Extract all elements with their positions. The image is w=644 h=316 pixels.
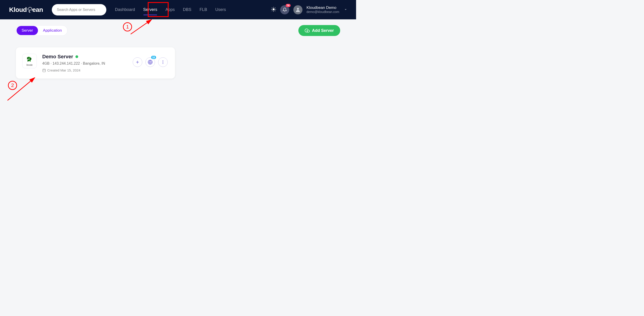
plus-icon [135, 60, 140, 64]
nav-users[interactable]: Users [215, 6, 226, 14]
linode-icon [26, 56, 33, 63]
svg-text:ean: ean [32, 6, 43, 13]
sun-icon [271, 7, 276, 12]
server-name: Demo Server [42, 54, 73, 60]
svg-line-5 [272, 8, 272, 8]
provider-badge: linode [22, 54, 37, 68]
server-created: Created Mar 15, 2024 [42, 68, 127, 72]
server-card[interactable]: linode Demo Server 4GB · 143.244.141.222… [16, 47, 175, 79]
logo[interactable]: Kloud ean [9, 5, 48, 14]
more-vertical-icon [161, 60, 165, 64]
user-info[interactable]: Kloudbean Demo demo@kloudbean.com [306, 6, 339, 14]
globe-icon [148, 60, 153, 65]
svg-point-25 [162, 61, 163, 61]
apps-button[interactable]: 16 [146, 57, 155, 67]
search-container [52, 4, 106, 16]
cloud-upload-icon [305, 28, 310, 33]
search-input[interactable] [57, 8, 101, 12]
svg-marker-14 [28, 59, 29, 62]
view-toggle: Server Application [16, 25, 68, 36]
provider-name: linode [26, 64, 33, 66]
user-email: demo@kloudbean.com [306, 10, 339, 14]
server-title-row: Demo Server [42, 54, 127, 60]
user-name: Kloudbean Demo [306, 6, 339, 10]
svg-marker-12 [27, 57, 29, 59]
add-server-label: Add Server [312, 28, 334, 33]
svg-text:Kloud: Kloud [9, 6, 27, 13]
nav-apps[interactable]: Apps [166, 6, 175, 14]
nav-servers[interactable]: Servers [143, 6, 157, 14]
server-actions: 16 [133, 57, 168, 67]
notification-count-badge: 76 [286, 4, 291, 7]
svg-rect-17 [43, 69, 46, 72]
nav: Dashboard Servers Apps DBS FLB Users [115, 6, 226, 14]
svg-point-26 [162, 62, 163, 62]
more-actions-button[interactable] [158, 57, 168, 67]
server-meta: 4GB · 143.244.141.222 · Bangalore, IN [42, 61, 127, 66]
nav-dbs[interactable]: DBS [183, 6, 191, 14]
add-server-button[interactable]: Add Server [298, 25, 340, 36]
theme-toggle[interactable] [271, 7, 276, 13]
server-location: Bangalore, IN [83, 61, 105, 65]
server-info: Demo Server 4GB · 143.244.141.222 · Bang… [42, 54, 127, 72]
user-icon [295, 7, 301, 13]
bell-icon [282, 8, 287, 12]
toggle-server[interactable]: Server [16, 26, 38, 35]
avatar[interactable] [293, 5, 302, 14]
server-created-label: Created Mar 15, 2024 [47, 68, 80, 72]
main-content: Server Application Add Server linod [0, 19, 356, 84]
header-right: 76 Kloudbean Demo demo@kloudbean.com [271, 5, 347, 14]
app-count-badge: 16 [151, 56, 156, 59]
status-indicator [76, 55, 78, 58]
svg-point-2 [272, 8, 274, 10]
svg-point-11 [297, 8, 299, 10]
chevron-down-icon[interactable] [344, 8, 347, 12]
header: Kloud ean Dashboard Servers Apps DBS FLB… [0, 0, 356, 19]
nav-flb[interactable]: FLB [200, 6, 207, 14]
server-ram: 4GB [42, 61, 50, 65]
top-row: Server Application Add Server [16, 25, 340, 36]
server-ip: 143.244.141.222 [52, 61, 80, 65]
nav-dashboard[interactable]: Dashboard [115, 6, 135, 14]
svg-line-10 [275, 8, 275, 8]
svg-line-6 [275, 11, 275, 11]
svg-line-9 [272, 11, 272, 11]
notifications-button[interactable]: 76 [280, 5, 289, 14]
add-app-button[interactable] [133, 57, 142, 67]
calendar-icon [42, 69, 46, 72]
toggle-application[interactable]: Application [38, 26, 67, 35]
svg-point-27 [162, 63, 163, 64]
